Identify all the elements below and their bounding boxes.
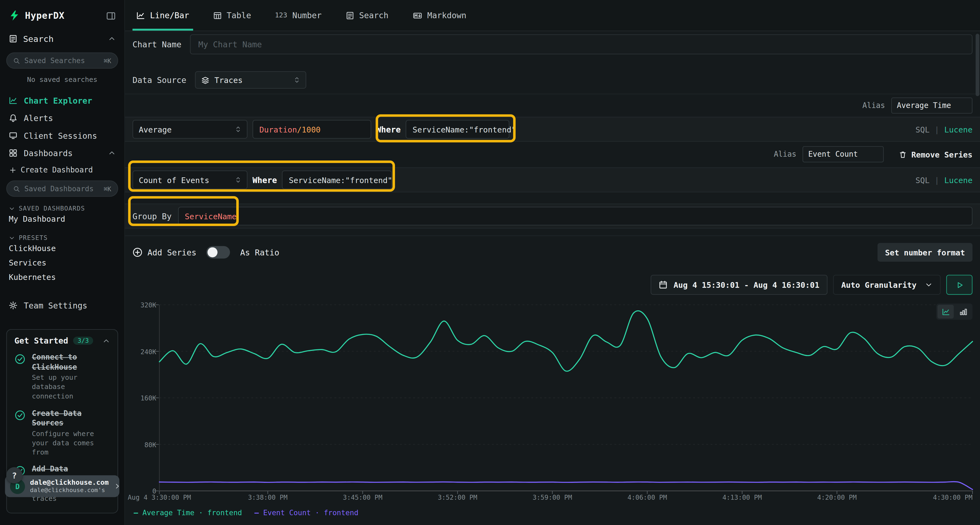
create-dashboard-button[interactable]: Create Dashboard xyxy=(0,162,124,176)
legend-item[interactable]: —Event Count · frontend xyxy=(255,508,358,517)
get-started-badge: 3/3 xyxy=(73,336,93,345)
sidebar-item-services[interactable]: Services xyxy=(0,255,124,270)
sidebar-section-search[interactable]: Search xyxy=(0,27,124,48)
granularity-value: Auto Granularity xyxy=(841,280,916,289)
lucene-toggle[interactable]: Lucene xyxy=(944,175,973,184)
y-tick-label: 80K xyxy=(132,441,156,448)
bar-chart-toggle[interactable] xyxy=(955,305,971,319)
collapse-sidebar-icon[interactable] xyxy=(106,11,115,20)
get-started-step[interactable]: Create Data Sources Configure where your… xyxy=(14,409,110,457)
chart-name-label: Chart Name xyxy=(132,40,181,49)
series2-alias-input[interactable] xyxy=(802,146,884,162)
legend-swatch: — xyxy=(134,508,138,517)
series-actions-row: Add Series As Ratio Set number format xyxy=(132,244,973,260)
hyperdx-app: HyperDX Search Saved Searches ⌘K No save… xyxy=(0,0,980,525)
group-by-value: ServiceName xyxy=(185,211,237,220)
sql-toggle[interactable]: SQL xyxy=(915,125,930,134)
magnifier-icon xyxy=(13,57,20,64)
plot-region[interactable] xyxy=(159,305,972,491)
set-number-format-button[interactable]: Set number format xyxy=(878,243,973,262)
run-query-button[interactable] xyxy=(946,275,972,295)
search-section-icon xyxy=(9,34,18,43)
series2-where-input[interactable]: ServiceName:"frontend" xyxy=(282,171,392,189)
tab-markdown[interactable]: Markdown xyxy=(412,0,466,30)
field-suffix: /1000 xyxy=(297,125,320,134)
tab-table[interactable]: Table xyxy=(213,0,251,30)
add-series-button[interactable]: Add Series xyxy=(132,247,197,257)
series2-alias-row: Alias Remove Series xyxy=(132,146,973,162)
sidebar-item-kubernetes[interactable]: Kubernetes xyxy=(0,270,124,284)
tab-line-bar[interactable]: Line/Bar xyxy=(136,0,189,30)
sidebar-item-clickhouse[interactable]: ClickHouse xyxy=(0,241,124,255)
saved-searches-placeholder: Saved Searches xyxy=(24,56,85,65)
brand[interactable]: HyperDX xyxy=(9,10,65,21)
user-menu[interactable]: D dale@clickhouse.com dale@clickhouse.co… xyxy=(5,475,119,497)
data-source-row: Data Source Traces xyxy=(132,71,973,89)
magnifier-icon xyxy=(13,185,20,192)
step-title: Add Data xyxy=(32,465,110,475)
legend-swatch: — xyxy=(255,508,259,517)
hyperdx-logo-icon xyxy=(9,10,20,21)
x-tick-label: 3:45:00 PM xyxy=(343,493,382,501)
sidebar-item-chart-explorer[interactable]: Chart Explorer xyxy=(0,92,124,109)
tab-label: Table xyxy=(227,11,251,20)
step-desc: Configure where your data comes from xyxy=(32,430,110,457)
granularity-select[interactable]: Auto Granularity xyxy=(833,275,940,295)
get-started-step[interactable]: Connect to ClickHouse Set up your databa… xyxy=(14,353,110,401)
get-started-header[interactable]: Get Started 3/3 xyxy=(14,336,110,345)
aggregation-value: Count of Events xyxy=(139,175,209,184)
chevron-up-icon xyxy=(108,35,116,43)
toggle-divider: | xyxy=(935,125,939,134)
sidebar-item-team-settings[interactable]: Team Settings xyxy=(0,297,124,314)
aggregation-value: Average xyxy=(139,125,172,134)
scrollbar-thumb[interactable] xyxy=(976,34,980,96)
group-saved-dashboards[interactable]: SAVED DASHBOARDS xyxy=(9,205,116,212)
bell-icon xyxy=(9,114,18,122)
series1-language-toggle: SQL | Lucene xyxy=(915,125,973,134)
saved-dashboards-input[interactable]: Saved Dashboards ⌘K xyxy=(6,181,118,197)
tab-search[interactable]: Search xyxy=(345,0,388,30)
group-presets[interactable]: PRESETS xyxy=(9,234,116,241)
x-tick-label: Aug 4 3:30:00 PM xyxy=(128,493,191,501)
nav-label: Team Settings xyxy=(24,301,88,310)
table-icon xyxy=(213,11,221,20)
date-range-picker[interactable]: Aug 4 15:30:01 - Aug 4 16:30:01 xyxy=(650,275,827,295)
group-by-input[interactable]: ServiceName xyxy=(178,207,972,225)
saved-searches-input[interactable]: Saved Searches ⌘K xyxy=(6,52,118,69)
sql-toggle[interactable]: SQL xyxy=(915,175,930,184)
field-name: Duration xyxy=(259,125,297,134)
series1-aggregation-select[interactable]: Average xyxy=(132,120,247,139)
as-ratio-toggle[interactable] xyxy=(206,246,230,259)
group-by-row: Group By ServiceName xyxy=(125,203,980,228)
series1-alias-input[interactable] xyxy=(891,97,972,114)
help-button[interactable]: ? xyxy=(6,467,22,484)
sidebar-item-my-dashboard[interactable]: My Dashboard xyxy=(0,212,124,226)
chart-display-toggle xyxy=(936,304,972,320)
nav-label: Client Sessions xyxy=(24,131,97,140)
lucene-toggle[interactable]: Lucene xyxy=(944,125,973,134)
sidebar-item-alerts[interactable]: Alerts xyxy=(0,109,124,127)
remove-series-button[interactable]: Remove Series xyxy=(899,150,973,159)
legend-item[interactable]: —Average Time · frontend xyxy=(134,508,242,517)
series1-field-input[interactable]: Duration/1000 xyxy=(253,120,371,139)
plus-icon xyxy=(9,167,16,173)
remove-series-label: Remove Series xyxy=(912,150,973,159)
y-tick-label: 160K xyxy=(132,394,156,402)
data-source-select[interactable]: Traces xyxy=(195,71,307,89)
chart-legend: —Average Time · frontend—Event Count · f… xyxy=(134,508,358,517)
number-123-icon: 123 xyxy=(275,11,288,19)
series1-where-input[interactable]: ServiceName:"frontend" xyxy=(406,120,509,139)
chart-name-input[interactable] xyxy=(190,34,973,54)
sidebar-item-client-sessions[interactable]: Client Sessions xyxy=(0,127,124,144)
sidebar-item-dashboards[interactable]: Dashboards xyxy=(0,144,124,162)
toggle-divider: | xyxy=(935,175,939,184)
y-axis: 320K240K160K80K0 xyxy=(132,305,156,491)
chart-explorer-icon xyxy=(9,96,18,105)
line-chart-toggle[interactable] xyxy=(937,305,954,319)
series2-aggregation-select[interactable]: Count of Events xyxy=(132,171,247,189)
check-circle-icon xyxy=(14,353,25,401)
tab-number[interactable]: 123 Number xyxy=(275,0,322,30)
chevron-right-icon xyxy=(113,483,120,490)
step-title: Create Data Sources xyxy=(32,409,110,428)
series2-language-toggle: SQL | Lucene xyxy=(915,175,973,184)
